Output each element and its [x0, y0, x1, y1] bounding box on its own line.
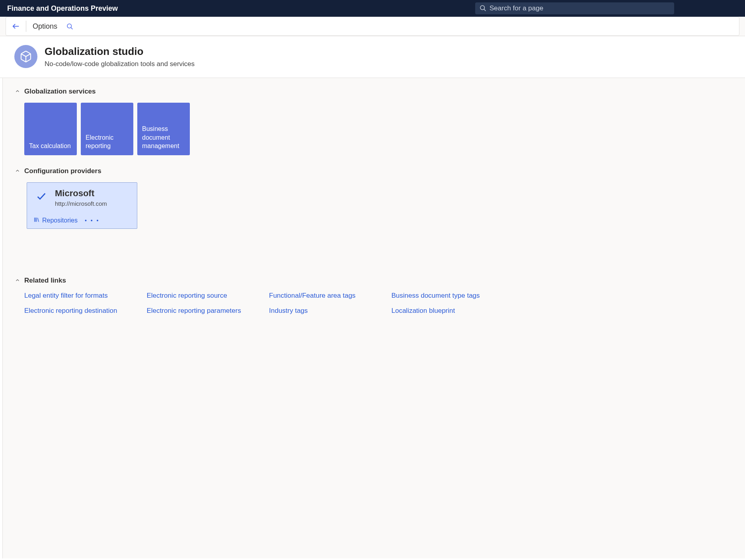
topbar: Finance and Operations Preview [0, 0, 745, 17]
library-icon [33, 217, 40, 224]
repositories-link[interactable]: Repositories [33, 217, 78, 224]
actionbar: Options [6, 17, 739, 36]
repositories-label: Repositories [42, 217, 78, 224]
svg-point-0 [480, 6, 485, 10]
search-icon [479, 4, 486, 13]
tile-label: Electronic reporting [86, 133, 129, 150]
related-links: Legal entity filter for formats Electron… [24, 292, 502, 315]
svg-line-4 [71, 27, 72, 29]
tile-label: Tax calculation [29, 142, 71, 150]
chevron-up-icon [15, 168, 20, 175]
tile-tax-calculation[interactable]: Tax calculation [24, 103, 77, 155]
tile-label: Business document management [142, 125, 185, 150]
section-header-related[interactable]: Related links [15, 277, 733, 285]
checkmark-icon [33, 188, 49, 207]
link-functional-tags[interactable]: Functional/Feature area tags [269, 292, 380, 300]
link-legal-entity-filter[interactable]: Legal entity filter for formats [24, 292, 135, 300]
global-search[interactable] [475, 2, 674, 14]
provider-url: http://microsoft.com [55, 200, 107, 207]
chevron-up-icon [15, 277, 20, 284]
link-localization-blueprint[interactable]: Localization blueprint [392, 307, 502, 315]
page-subtitle: No-code/low-code globalization tools and… [45, 60, 195, 68]
page-search-button[interactable] [64, 20, 76, 32]
page-header: Globalization studio No-code/low-code gl… [0, 36, 745, 78]
section-title-related: Related links [24, 277, 66, 285]
chevron-up-icon [15, 88, 20, 95]
page-title: Globalization studio [45, 45, 195, 58]
content-area: Globalization services Tax calculation E… [2, 78, 745, 558]
section-header-providers[interactable]: Configuration providers [15, 167, 733, 175]
search-input[interactable] [490, 4, 670, 12]
link-doc-type-tags[interactable]: Business document type tags [392, 292, 502, 300]
link-er-destination[interactable]: Electronic reporting destination [24, 307, 135, 315]
section-title-services: Globalization services [24, 88, 96, 96]
section-header-services[interactable]: Globalization services [15, 88, 733, 96]
svg-point-3 [67, 24, 72, 28]
tile-electronic-reporting[interactable]: Electronic reporting [81, 103, 133, 155]
divider [26, 21, 26, 32]
back-button[interactable] [10, 20, 22, 32]
link-industry-tags[interactable]: Industry tags [269, 307, 380, 315]
service-tiles: Tax calculation Electronic reporting Bus… [24, 103, 733, 155]
link-er-source[interactable]: Electronic reporting source [147, 292, 257, 300]
provider-card[interactable]: Microsoft http://microsoft.com Repositor [27, 182, 137, 229]
provider-name: Microsoft [55, 188, 107, 199]
app-title: Finance and Operations Preview [7, 4, 118, 13]
svg-line-1 [484, 9, 486, 11]
section-title-providers: Configuration providers [24, 167, 101, 175]
svg-line-9 [38, 218, 39, 222]
options-button[interactable]: Options [30, 22, 60, 31]
tile-business-document-management[interactable]: Business document management [137, 103, 190, 155]
link-er-parameters[interactable]: Electronic reporting parameters [147, 307, 257, 315]
workspace-icon [14, 45, 37, 68]
more-actions-button[interactable]: • • • [85, 217, 99, 224]
